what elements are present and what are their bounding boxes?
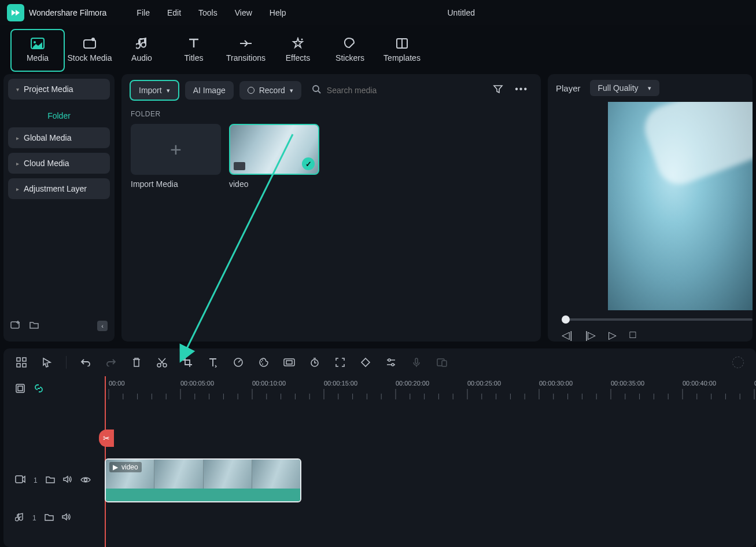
quality-select[interactable]: Full Quality ▾ (590, 80, 659, 96)
sidebar-project-media[interactable]: ▾ Project Media (8, 79, 110, 100)
search-input[interactable] (327, 86, 431, 95)
mute-icon[interactable] (62, 513, 71, 523)
undo-icon[interactable] (79, 356, 92, 369)
ruler-row: 00:0000:00:05:0000:00:10:0000:00:15:0000… (3, 376, 756, 403)
record-button[interactable]: Record ▾ (239, 81, 301, 100)
svg-text:00:00:15:00: 00:00:15:00 (324, 380, 357, 387)
svg-text:00:00:35:00: 00:00:35:00 (611, 380, 644, 387)
folder-icon[interactable] (45, 513, 54, 523)
track-number: 1 (34, 476, 38, 484)
time-ruler[interactable]: 00:0000:00:05:0000:00:10:0000:00:15:0000… (105, 376, 756, 403)
svg-line-10 (318, 91, 320, 93)
svg-text:00:00:25:00: 00:00:25:00 (467, 380, 501, 387)
quality-label: Full Quality (598, 83, 639, 93)
stop-icon[interactable]: □ (629, 329, 636, 342)
sidebar-cloud-media[interactable]: ▸ Cloud Media (8, 153, 110, 174)
cut-icon[interactable] (156, 356, 168, 369)
mask-icon[interactable] (283, 356, 296, 369)
media-icon (12, 36, 64, 51)
prev-frame-icon[interactable]: ◁| (562, 329, 573, 342)
text-icon[interactable] (206, 356, 219, 369)
link-icon[interactable] (34, 383, 44, 396)
tab-effects[interactable]: Effects (272, 30, 324, 71)
sidebar-folder-heading[interactable]: Folder (8, 104, 110, 127)
svg-rect-23 (286, 361, 292, 364)
redo-icon[interactable] (105, 356, 117, 369)
expand-icon[interactable] (334, 356, 346, 369)
delete-icon[interactable] (130, 356, 143, 369)
import-media-tile[interactable]: + Import Media (131, 124, 221, 189)
grid-icon[interactable] (15, 356, 28, 369)
filter-icon[interactable] (493, 84, 503, 97)
step-play-icon[interactable]: |▷ (585, 329, 596, 342)
keyframe-icon[interactable] (359, 356, 372, 369)
sliders-icon[interactable] (385, 356, 397, 369)
duration-icon[interactable] (308, 356, 321, 369)
pointer-icon[interactable] (40, 356, 53, 369)
video-thumb[interactable]: ✓ video (229, 124, 319, 189)
menu-view[interactable]: View (235, 8, 252, 17)
timeline-panel: 00:0000:00:05:0000:00:10:0000:00:15:0000… (3, 376, 756, 547)
more-icon[interactable]: ••• (515, 84, 528, 97)
mute-icon[interactable] (63, 475, 72, 486)
svg-text:00:00: 00:00 (109, 380, 125, 387)
seek-bar[interactable] (556, 310, 753, 321)
tab-stickers[interactable]: Stickers (324, 30, 376, 71)
new-folder-icon[interactable] (10, 320, 21, 332)
tab-stock-media[interactable]: Stock Media (64, 30, 116, 71)
search-icon[interactable] (312, 85, 321, 96)
menu-file[interactable]: File (137, 8, 150, 17)
ai-image-button[interactable]: AI Image (185, 81, 234, 100)
tab-label: Titles (185, 53, 204, 63)
app-logo-icon (7, 4, 24, 21)
open-folder-icon[interactable] (29, 320, 39, 332)
document-title: Untitled (448, 8, 475, 17)
sidebar-label: Global Media (24, 133, 72, 142)
seek-knob[interactable] (562, 315, 570, 324)
play-icon[interactable]: ▷ (609, 329, 617, 342)
search-wrap (307, 85, 487, 96)
video-clip[interactable]: ▶ video (105, 458, 301, 502)
device-icon[interactable] (436, 356, 448, 369)
track-options-icon[interactable] (15, 383, 25, 396)
svg-rect-15 (23, 364, 26, 367)
crop-icon[interactable] (181, 356, 194, 369)
tab-media[interactable]: Media (12, 30, 64, 71)
media-panel: Import ▾ AI Image Record ▾ ••• FOLDER (121, 74, 541, 342)
tab-templates[interactable]: Templates (376, 30, 428, 71)
visibility-icon[interactable] (80, 475, 91, 486)
menu-tools[interactable]: Tools (198, 8, 217, 17)
render-icon[interactable] (732, 356, 744, 369)
menu-edit[interactable]: Edit (167, 8, 181, 17)
tab-label: Effects (286, 53, 311, 63)
clip-label-tag: ▶ video (109, 462, 142, 472)
effects-icon (272, 36, 324, 51)
preview-header: Player Full Quality ▾ (556, 80, 753, 102)
folder-icon[interactable] (46, 475, 55, 486)
tab-titles[interactable]: Titles (168, 30, 220, 71)
preview-panel: Player Full Quality ▾ ◁| |▷ ▷ □ (548, 74, 753, 342)
plus-icon: + (131, 124, 221, 175)
preview-viewport[interactable] (608, 102, 753, 310)
sidebar-adjustment-layer[interactable]: ▸ Adjustment Layer (8, 178, 110, 199)
menu-help[interactable]: Help (270, 8, 286, 17)
speed-icon[interactable] (232, 356, 245, 369)
svg-point-9 (313, 86, 319, 91)
sidebar-label: Cloud Media (24, 159, 69, 168)
svg-point-1 (34, 41, 36, 43)
sidebar-global-media[interactable]: ▸ Global Media (8, 127, 110, 148)
tab-audio[interactable]: Audio (116, 30, 168, 71)
svg-rect-29 (442, 361, 447, 366)
collapse-sidebar-icon[interactable]: ‹ (97, 321, 108, 331)
seek-track[interactable] (562, 318, 753, 321)
tab-label: Transitions (226, 53, 265, 63)
transitions-icon (220, 36, 272, 51)
import-button[interactable]: Import ▾ (130, 80, 179, 101)
svg-point-4 (301, 39, 303, 41)
tab-transitions[interactable]: Transitions (220, 30, 272, 71)
svg-point-5 (352, 39, 353, 40)
video-track-icon (15, 475, 25, 486)
track-number: 1 (32, 514, 36, 522)
voice-icon[interactable] (410, 356, 423, 369)
color-icon[interactable] (257, 356, 270, 369)
